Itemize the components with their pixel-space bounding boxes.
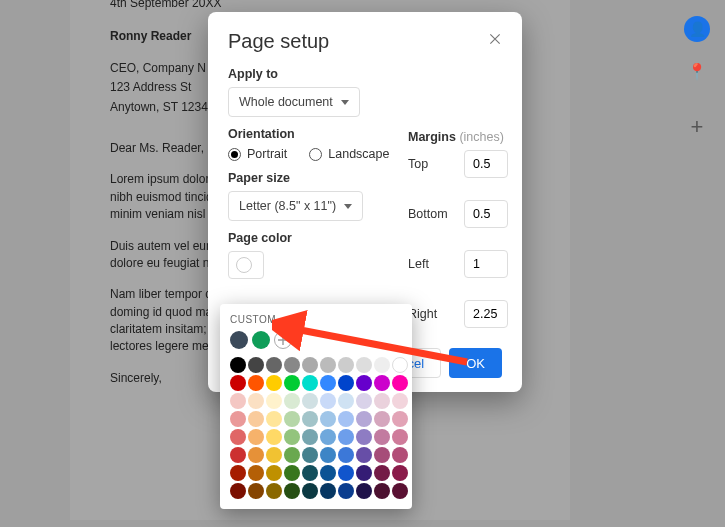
color-swatch[interactable] xyxy=(266,465,282,481)
color-swatch[interactable] xyxy=(356,465,372,481)
color-swatch[interactable] xyxy=(392,375,408,391)
add-sidepanel-button[interactable]: + xyxy=(684,114,710,140)
color-swatch[interactable] xyxy=(356,429,372,445)
color-swatch[interactable] xyxy=(302,357,318,373)
color-swatch[interactable] xyxy=(320,393,336,409)
margin-top-input[interactable] xyxy=(464,150,508,178)
maps-icon[interactable]: 📍 xyxy=(684,58,710,84)
color-swatch[interactable] xyxy=(266,429,282,445)
color-swatch[interactable] xyxy=(302,411,318,427)
color-swatch[interactable] xyxy=(356,357,372,373)
color-swatch[interactable] xyxy=(374,411,390,427)
color-swatch[interactable] xyxy=(374,483,390,499)
color-swatch[interactable] xyxy=(248,447,264,463)
color-swatch[interactable] xyxy=(302,375,318,391)
color-swatch[interactable] xyxy=(356,393,372,409)
color-swatch[interactable] xyxy=(248,375,264,391)
margin-bottom-input[interactable] xyxy=(464,200,508,228)
color-swatch[interactable] xyxy=(392,465,408,481)
color-swatch[interactable] xyxy=(338,375,354,391)
color-swatch[interactable] xyxy=(230,357,246,373)
color-swatch[interactable] xyxy=(392,357,408,373)
custom-color-swatch[interactable] xyxy=(230,331,248,349)
color-swatch[interactable] xyxy=(356,375,372,391)
current-color-swatch xyxy=(236,257,252,273)
margin-left-input[interactable] xyxy=(464,250,508,278)
color-swatch[interactable] xyxy=(392,429,408,445)
color-swatch[interactable] xyxy=(320,465,336,481)
color-swatch[interactable] xyxy=(302,393,318,409)
color-swatch[interactable] xyxy=(374,357,390,373)
color-swatch[interactable] xyxy=(392,411,408,427)
color-swatch[interactable] xyxy=(302,483,318,499)
portrait-radio[interactable]: Portrait xyxy=(228,147,287,161)
color-swatch[interactable] xyxy=(284,411,300,427)
color-swatch[interactable] xyxy=(338,393,354,409)
color-swatch[interactable] xyxy=(248,357,264,373)
color-swatch[interactable] xyxy=(266,357,282,373)
color-swatch[interactable] xyxy=(230,447,246,463)
custom-color-swatch[interactable] xyxy=(252,331,270,349)
color-swatch[interactable] xyxy=(338,429,354,445)
color-swatch[interactable] xyxy=(230,483,246,499)
color-swatch[interactable] xyxy=(230,411,246,427)
color-swatch[interactable] xyxy=(374,375,390,391)
color-swatch[interactable] xyxy=(284,393,300,409)
right-sidebar: 👤 📍 + xyxy=(677,0,717,140)
color-swatch[interactable] xyxy=(338,465,354,481)
color-swatch[interactable] xyxy=(230,393,246,409)
color-swatch[interactable] xyxy=(392,483,408,499)
color-swatch[interactable] xyxy=(320,483,336,499)
ok-button[interactable]: OK xyxy=(449,348,502,378)
apply-to-select[interactable]: Whole document xyxy=(228,87,360,117)
color-swatch[interactable] xyxy=(338,357,354,373)
color-swatch[interactable] xyxy=(248,411,264,427)
color-swatch[interactable] xyxy=(302,465,318,481)
color-swatch[interactable] xyxy=(320,357,336,373)
color-swatch[interactable] xyxy=(320,411,336,427)
color-swatch[interactable] xyxy=(230,375,246,391)
color-swatch[interactable] xyxy=(284,429,300,445)
color-swatch[interactable] xyxy=(248,465,264,481)
color-swatch[interactable] xyxy=(356,447,372,463)
color-swatch[interactable] xyxy=(374,465,390,481)
color-swatch[interactable] xyxy=(266,411,282,427)
color-swatch[interactable] xyxy=(284,447,300,463)
color-swatch[interactable] xyxy=(266,375,282,391)
color-swatch[interactable] xyxy=(320,447,336,463)
color-swatch[interactable] xyxy=(338,483,354,499)
add-custom-color-button[interactable] xyxy=(274,331,292,349)
color-swatch[interactable] xyxy=(392,393,408,409)
color-swatch[interactable] xyxy=(374,447,390,463)
color-swatch[interactable] xyxy=(302,447,318,463)
color-swatch[interactable] xyxy=(284,483,300,499)
apply-to-label: Apply to xyxy=(228,67,502,81)
color-swatch[interactable] xyxy=(356,483,372,499)
color-swatch[interactable] xyxy=(230,429,246,445)
landscape-radio[interactable]: Landscape xyxy=(309,147,389,161)
color-swatch[interactable] xyxy=(374,393,390,409)
color-swatch[interactable] xyxy=(320,429,336,445)
color-swatch[interactable] xyxy=(266,483,282,499)
color-swatch[interactable] xyxy=(230,465,246,481)
contacts-icon[interactable]: 👤 xyxy=(684,16,710,42)
color-swatch[interactable] xyxy=(356,411,372,427)
color-swatch[interactable] xyxy=(284,357,300,373)
color-swatch[interactable] xyxy=(392,447,408,463)
color-swatch[interactable] xyxy=(266,447,282,463)
color-swatch[interactable] xyxy=(374,429,390,445)
margin-right-input[interactable] xyxy=(464,300,508,328)
color-swatch[interactable] xyxy=(338,447,354,463)
page-color-picker[interactable] xyxy=(228,251,264,279)
color-swatch[interactable] xyxy=(284,375,300,391)
paper-size-select[interactable]: Letter (8.5" x 11") xyxy=(228,191,363,221)
color-swatch[interactable] xyxy=(248,393,264,409)
color-swatch[interactable] xyxy=(248,429,264,445)
color-swatch[interactable] xyxy=(338,411,354,427)
color-swatch[interactable] xyxy=(248,483,264,499)
close-button[interactable] xyxy=(484,28,506,50)
color-swatch[interactable] xyxy=(320,375,336,391)
color-swatch[interactable] xyxy=(302,429,318,445)
color-swatch[interactable] xyxy=(266,393,282,409)
color-swatch[interactable] xyxy=(284,465,300,481)
